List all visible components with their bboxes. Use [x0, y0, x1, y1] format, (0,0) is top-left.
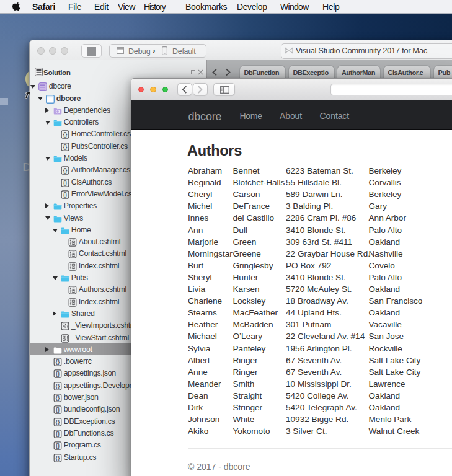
svg-text:{}: {} — [56, 359, 60, 365]
svg-text:{}: {} — [63, 131, 68, 138]
svg-text:{}: {} — [56, 455, 60, 461]
svg-text:{}: {} — [56, 431, 60, 437]
svg-text:{}: {} — [63, 192, 68, 198]
svg-text:{}: {} — [56, 395, 60, 401]
svg-text:{}: {} — [56, 371, 60, 377]
svg-text:{}: {} — [56, 419, 60, 425]
svg-text:{}: {} — [56, 407, 60, 413]
svg-text:{}: {} — [56, 383, 60, 389]
svg-text:{}: {} — [63, 180, 68, 186]
svg-text:{}: {} — [63, 144, 68, 150]
svg-text:{}: {} — [56, 443, 60, 449]
svg-text:{}: {} — [63, 167, 68, 174]
